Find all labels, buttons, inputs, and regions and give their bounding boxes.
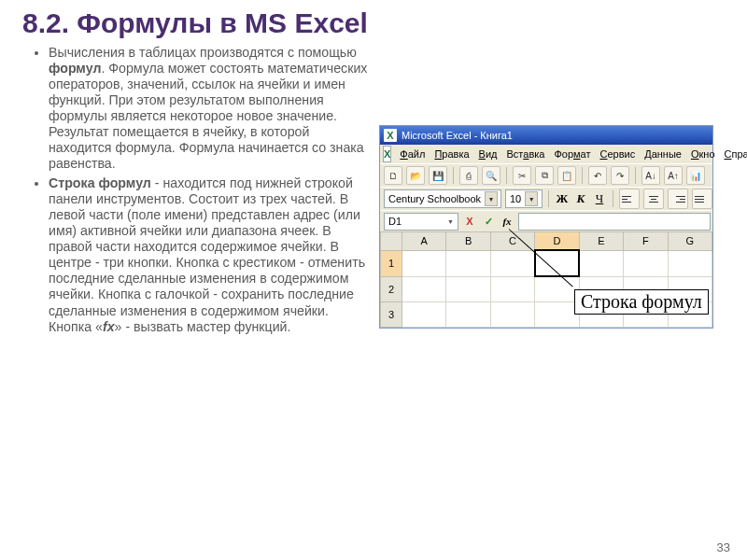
enter-button[interactable]: ✓ xyxy=(481,214,496,229)
formatting-toolbar: Century Schoolbook ▼ 10 ▼ Ж К Ч xyxy=(380,187,712,210)
italic-button[interactable]: К xyxy=(573,191,588,206)
menu-view[interactable]: Вид xyxy=(475,147,501,161)
text: - находится под нижней строкой панели ин… xyxy=(49,175,365,333)
separator xyxy=(635,167,636,184)
menubar: X Файл Правка Вид Вставка Формат Сервис … xyxy=(380,145,712,163)
row-header[interactable]: 2 xyxy=(381,276,402,302)
cancel-button[interactable]: X xyxy=(462,214,477,229)
standard-toolbar: 🗋 📂 💾 ⎙ 🔍 ✂ ⧉ 📋 ↶ ↷ A↓ A↑ 📊 xyxy=(380,163,712,187)
menu-tools[interactable]: Сервис xyxy=(597,147,640,161)
cell[interactable] xyxy=(624,250,668,276)
col-header[interactable]: A xyxy=(402,232,446,251)
page-number: 33 xyxy=(717,540,730,554)
copy-icon[interactable]: ⧉ xyxy=(535,166,554,185)
excel-icon: X xyxy=(383,146,391,162)
name-box-value: D1 xyxy=(388,216,402,227)
bold-button[interactable]: Ж xyxy=(555,191,570,206)
save-icon[interactable]: 💾 xyxy=(429,166,447,185)
cell[interactable] xyxy=(402,276,446,302)
align-right-icon[interactable] xyxy=(668,189,688,209)
menu-file[interactable]: Файл xyxy=(396,147,429,161)
undo-icon[interactable]: ↶ xyxy=(588,166,607,185)
cell[interactable] xyxy=(490,276,534,302)
separator xyxy=(548,190,549,207)
text-bold: формул xyxy=(49,61,101,76)
col-header[interactable]: E xyxy=(579,232,623,251)
new-icon[interactable]: 🗋 xyxy=(384,166,402,185)
row-header[interactable]: 3 xyxy=(381,302,402,328)
col-header[interactable]: B xyxy=(446,232,490,251)
col-header[interactable]: G xyxy=(668,232,712,251)
open-icon[interactable]: 📂 xyxy=(406,166,425,185)
fx-button[interactable]: fx xyxy=(500,214,514,229)
col-header[interactable]: F xyxy=(624,232,668,251)
menu-help[interactable]: Спра xyxy=(721,147,747,161)
sort-asc-icon[interactable]: A↓ xyxy=(641,166,660,185)
separator xyxy=(582,167,583,184)
cell[interactable] xyxy=(446,250,490,276)
separator xyxy=(506,167,507,184)
chevron-down-icon: ▼ xyxy=(525,191,538,206)
name-box[interactable]: D1 ▼ xyxy=(384,213,458,231)
formula-bar: D1 ▼ X ✓ fx xyxy=(380,210,712,231)
text: Вычисления в таблицах производятся с пом… xyxy=(49,45,357,60)
row-header[interactable]: 1 xyxy=(381,250,402,276)
print-icon[interactable]: ⎙ xyxy=(459,166,478,185)
underline-button[interactable]: Ч xyxy=(592,191,607,206)
cell[interactable] xyxy=(668,250,712,276)
text: . Формула может состоять математических … xyxy=(49,61,367,171)
menu-format[interactable]: Формат xyxy=(550,147,594,161)
bullet-1: Вычисления в таблицах производятся с пом… xyxy=(49,45,372,172)
body-text: Вычисления в таблицах производятся с пом… xyxy=(0,45,372,339)
font-size-value: 10 xyxy=(510,193,521,204)
separator xyxy=(613,190,613,207)
cell[interactable] xyxy=(402,250,446,276)
cell[interactable] xyxy=(446,302,490,328)
menu-data[interactable]: Данные xyxy=(641,147,685,161)
redo-icon[interactable]: ↷ xyxy=(611,166,629,185)
window-title: Microsoft Excel - Книга1 xyxy=(402,130,513,141)
menu-insert[interactable]: Вставка xyxy=(503,147,549,161)
preview-icon[interactable]: 🔍 xyxy=(482,166,500,185)
text: » - вызвать мастер функций. xyxy=(115,319,291,334)
sort-desc-icon[interactable]: A↑ xyxy=(664,166,683,185)
chart-icon[interactable]: 📊 xyxy=(686,166,705,185)
align-center-icon[interactable] xyxy=(643,189,664,209)
menu-window[interactable]: Окно xyxy=(687,147,719,161)
col-header[interactable]: D xyxy=(535,232,579,251)
cell[interactable] xyxy=(402,302,446,328)
formula-input[interactable] xyxy=(518,213,711,231)
cell[interactable] xyxy=(446,276,490,302)
callout-label: Строка формул xyxy=(574,289,709,315)
merge-icon[interactable] xyxy=(692,189,712,209)
chevron-down-icon: ▼ xyxy=(485,191,498,206)
font-name-value: Century Schoolbook xyxy=(388,193,481,204)
separator xyxy=(453,167,454,184)
excel-icon: X xyxy=(384,129,397,142)
font-size-combo[interactable]: 10 ▼ xyxy=(505,189,543,208)
menu-edit[interactable]: Правка xyxy=(430,147,472,161)
text-bold: Строка формул xyxy=(49,175,151,190)
font-name-combo[interactable]: Century Schoolbook ▼ xyxy=(384,189,501,208)
cell[interactable] xyxy=(490,250,534,276)
select-all-corner[interactable] xyxy=(381,232,402,251)
cell[interactable] xyxy=(579,250,623,276)
cell[interactable] xyxy=(535,276,579,302)
chevron-down-icon: ▼ xyxy=(447,218,454,225)
cut-icon[interactable]: ✂ xyxy=(513,166,531,185)
excel-screenshot: X Microsoft Excel - Книга1 X Файл Правка… xyxy=(379,125,713,329)
slide-title: 8.2. Формулы в MS Excel xyxy=(22,7,747,39)
cell[interactable] xyxy=(535,302,579,328)
worksheet: A B C D E F G 1 2 xyxy=(380,231,712,328)
text-fx: fx xyxy=(103,319,115,334)
cell[interactable] xyxy=(490,302,534,328)
titlebar: X Microsoft Excel - Книга1 xyxy=(380,126,712,145)
align-left-icon[interactable] xyxy=(619,189,640,209)
bullet-2: Строка формул - находится под нижней стр… xyxy=(49,175,372,334)
paste-icon[interactable]: 📋 xyxy=(557,166,576,185)
